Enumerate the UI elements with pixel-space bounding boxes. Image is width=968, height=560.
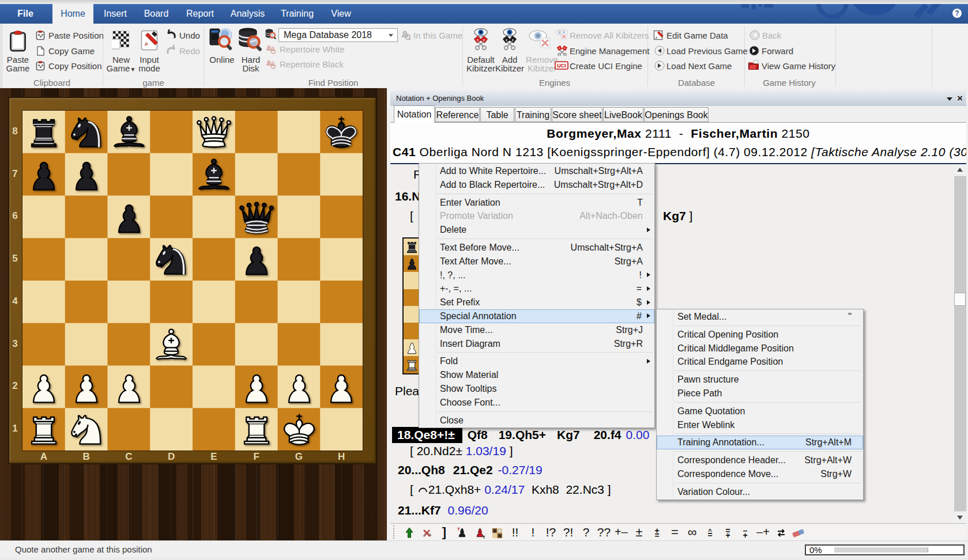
- svg-text:T: T: [483, 535, 485, 539]
- svg-text:UCI: UCI: [557, 63, 566, 69]
- svg-text:T: T: [457, 527, 460, 532]
